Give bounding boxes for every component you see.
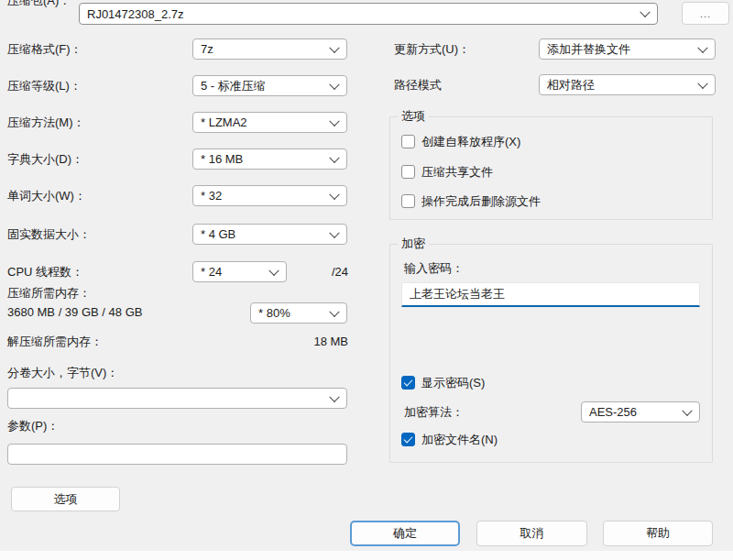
word-size-select[interactable]: * 32 [192,185,347,206]
delete-after-checkbox-label[interactable]: 操作完成后删除源文件 [421,194,541,209]
ellipsis-icon: ... [700,9,711,18]
volume-size-combo[interactable] [7,388,347,409]
options-button[interactable]: 选项 [11,487,120,511]
memory-compress-label: 压缩所需内存： [7,286,91,301]
archive-name-combo[interactable]: RJ01472308_2.7z [79,3,658,25]
encrypt-names-checkbox-label[interactable]: 加密文件名(N) [421,433,498,447]
memory-compress-detail: 3680 MB / 39 GB / 48 GB [7,305,142,320]
chevron-down-icon [329,391,339,401]
chevron-down-icon [329,79,339,89]
sfx-checkbox-label[interactable]: 创建自释放程序(X) [421,135,520,149]
encrypt-names-checkbox[interactable] [401,433,415,446]
delete-after-checkbox[interactable] [401,194,415,208]
archive-label: 压缩包(A)： [7,0,71,8]
chevron-down-icon [697,78,707,88]
volume-size-label: 分卷大小，字节(V)： [7,366,118,380]
chevron-down-icon [329,115,339,126]
cpu-threads-total: /24 [302,265,348,280]
dialog-bottom-edge [0,551,733,560]
memory-decompress-label: 解压缩所需内存： [7,335,103,349]
path-mode-select[interactable]: 相对路径 [539,74,716,95]
browse-button[interactable]: ... [682,2,729,25]
method-select[interactable]: * LZMA2 [192,112,347,133]
shared-files-checkbox-label[interactable]: 压缩共享文件 [421,165,493,180]
archive-name-value: RJ01472308_2.7z [87,7,184,21]
parameters-input[interactable] [7,444,347,465]
ok-button[interactable]: 确定 [350,521,460,546]
chevron-down-icon [640,7,650,17]
chevron-down-icon [329,189,339,199]
dictionary-size-label: 字典大小(D)： [7,152,83,167]
format-select[interactable]: 7z [192,38,347,60]
method-label: 压缩方法(M)： [7,115,85,130]
password-label: 输入密码： [404,261,464,276]
solid-block-size-select[interactable]: * 4 GB [192,224,347,245]
encryption-group-title: 加密 [398,236,429,251]
memory-usage-select[interactable]: * 80% [250,302,347,324]
solid-block-size-label: 固实数据大小： [7,227,91,242]
memory-decompress-value: 18 MB [266,335,348,349]
parameters-label: 参数(P)： [7,419,59,434]
chevron-down-icon [329,306,339,316]
help-button[interactable]: 帮助 [603,521,713,546]
options-group-title: 选项 [398,109,429,124]
chevron-down-icon [329,227,339,237]
sfx-checkbox[interactable] [401,135,415,148]
chevron-down-icon [329,152,339,162]
format-label: 压缩格式(F)： [7,42,82,57]
dictionary-size-select[interactable]: * 16 MB [192,148,347,170]
chevron-down-icon [268,265,279,275]
chevron-down-icon [682,405,692,415]
level-label: 压缩等级(L)： [7,79,82,93]
options-group: 选项 创建自释放程序(X) 压缩共享文件 操作完成后删除源文件 [389,116,713,220]
cpu-threads-label: CPU 线程数： [7,265,83,280]
level-select[interactable]: 5 - 标准压缩 [192,75,347,96]
chevron-down-icon [697,42,707,52]
shared-files-checkbox[interactable] [401,165,415,179]
word-size-label: 单词大小(W)： [7,189,86,203]
update-mode-label: 更新方式(U)： [394,42,470,57]
show-password-checkbox-label[interactable]: 显示密码(S) [421,376,485,390]
cancel-button[interactable]: 取消 [476,521,587,546]
encryption-group: 加密 输入密码： 上老王论坛当老王 显示密码(S) 加密算法： AES-256 … [389,244,713,463]
path-mode-label: 路径模式 [394,78,442,93]
chevron-down-icon [329,42,339,52]
password-input[interactable]: 上老王论坛当老王 [401,282,700,307]
cpu-threads-select[interactable]: * 24 [192,261,287,282]
show-password-checkbox[interactable] [401,376,415,390]
compress-dialog: 压缩包(A)： RJ01472308_2.7z ... 压缩格式(F)： 7z … [0,0,733,560]
encryption-method-select[interactable]: AES-256 [581,401,700,423]
update-mode-select[interactable]: 添加并替换文件 [539,38,716,60]
encryption-method-label: 加密算法： [404,405,464,420]
